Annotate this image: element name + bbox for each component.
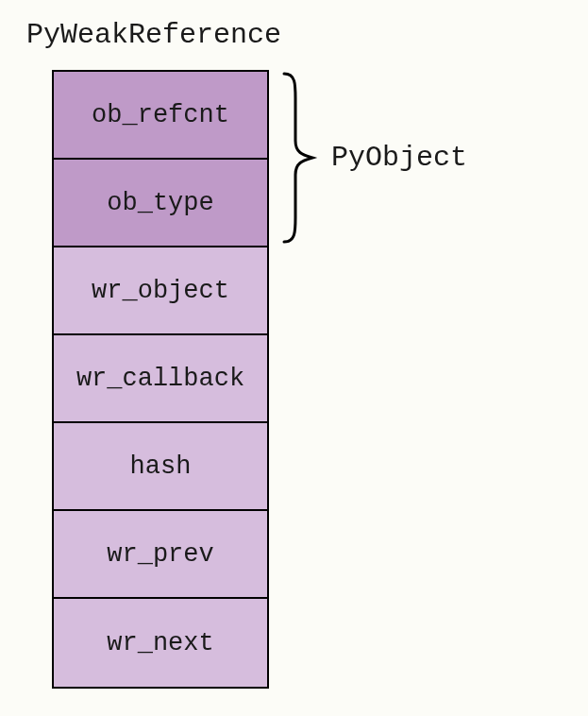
pyobject-annotation: PyObject	[277, 70, 467, 246]
field-wr-next: wr_next	[54, 599, 267, 687]
pyobject-label: PyObject	[331, 142, 467, 174]
struct-table: ob_refcnt ob_type wr_object wr_callback …	[52, 70, 269, 689]
field-wr-callback: wr_callback	[54, 335, 267, 423]
field-wr-prev: wr_prev	[54, 511, 267, 599]
diagram-title: PyWeakReference	[26, 19, 569, 51]
field-ob-refcnt: ob_refcnt	[54, 72, 267, 160]
field-hash: hash	[54, 423, 267, 511]
field-wr-object: wr_object	[54, 247, 267, 335]
brace-icon	[277, 70, 324, 246]
diagram-container: ob_refcnt ob_type wr_object wr_callback …	[52, 70, 569, 689]
field-ob-type: ob_type	[54, 160, 267, 247]
